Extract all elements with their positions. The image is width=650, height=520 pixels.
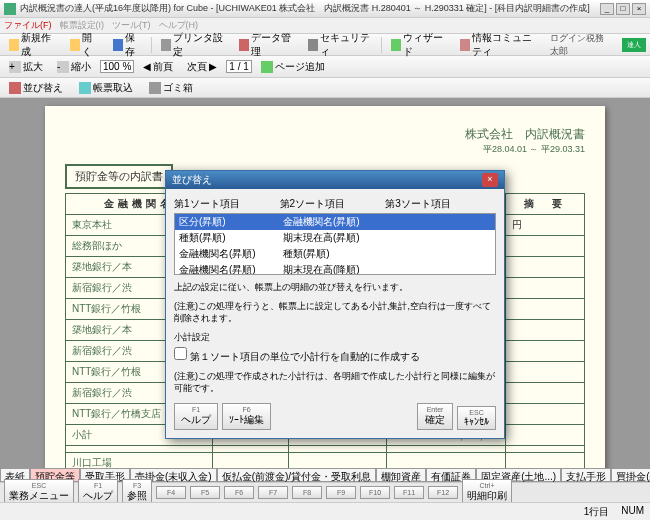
table-cell[interactable] <box>506 257 585 278</box>
page-indicator: 1 / 1 <box>226 60 251 73</box>
sort-option-row[interactable]: 区分(昇順)金融機関名(昇順) <box>175 214 495 230</box>
sort-button[interactable]: 並び替え <box>4 78 68 98</box>
table-cell[interactable] <box>506 425 585 446</box>
minimize-button[interactable]: _ <box>600 3 614 15</box>
table-header: 摘 要 <box>506 194 585 215</box>
fkey-button[interactable]: F4 <box>156 486 186 499</box>
next-page-button[interactable]: 次頁▶ <box>182 57 222 77</box>
sheet-tab[interactable]: 棚卸資産 <box>376 468 426 482</box>
sort-dialog: 並び替え × 第1ソート項目 第2ソート項目 第3ソート項目 区分(昇順)金融機… <box>165 170 505 439</box>
sort-list[interactable]: 区分(昇順)金融機関名(昇順)種類(昇順)期末現在高(昇順)金融機関名(昇順)種… <box>174 213 496 275</box>
info-icon <box>460 39 470 51</box>
company-title: 株式会社 内訳概況書 <box>65 126 585 143</box>
next-icon: ▶ <box>209 61 217 72</box>
table-row[interactable] <box>66 446 585 453</box>
status-line: 1行目 <box>584 505 610 519</box>
maximize-button[interactable]: □ <box>616 3 630 15</box>
trash-icon <box>149 82 161 94</box>
prev-icon: ◀ <box>143 61 151 72</box>
period-label: 平28.04.01 ～ 平29.03.31 <box>65 143 585 156</box>
zoom-in-icon: + <box>9 61 21 73</box>
table-cell[interactable] <box>506 383 585 404</box>
table-cell[interactable] <box>66 446 213 453</box>
sort-col3-header: 第3ソート項目 <box>385 197 451 211</box>
zoom-out-icon: - <box>57 61 69 73</box>
app-icon <box>4 3 16 15</box>
zoom-out-button[interactable]: -縮小 <box>52 57 96 77</box>
close-button[interactable]: × <box>632 3 646 15</box>
sort-col2-header: 第2ソート項目 <box>280 197 346 211</box>
table-cell[interactable] <box>212 446 288 453</box>
prev-page-button[interactable]: ◀前頁 <box>138 57 178 77</box>
import-button[interactable]: 帳票取込 <box>74 78 138 98</box>
dialog-note3: (注意)この処理で作成された小計行は、各明細で作成した小計行と同様に編集が可能で… <box>174 370 496 395</box>
sheet-tab[interactable]: 仮払金(前渡金)/貸付金・受取利息 <box>217 468 376 482</box>
sort-option-row[interactable]: 金融機関名(昇順)種類(昇順) <box>175 246 495 262</box>
user-label: ログイン税務 太郎 <box>550 32 614 58</box>
table-cell[interactable] <box>506 404 585 425</box>
subtotal-section-label: 小計設定 <box>174 331 496 344</box>
page-add-button[interactable]: ページ追加 <box>256 57 330 77</box>
dialog-note1: 上記の設定に従い、帳票上の明細の並び替えを行います。 <box>174 281 496 294</box>
subtotal-checkbox-label: 第１ソート項目の単位で小計行を自動的に作成する <box>190 351 420 362</box>
wizard-icon <box>391 39 401 51</box>
lock-icon <box>308 39 318 51</box>
fkey-button[interactable]: F11 <box>394 486 424 499</box>
table-cell[interactable] <box>506 278 585 299</box>
fkey-button[interactable]: F12 <box>428 486 458 499</box>
fkey-button[interactable]: F7 <box>258 486 288 499</box>
sort-icon <box>9 82 21 94</box>
table-cell[interactable]: 円 <box>506 215 585 236</box>
sheet-tab[interactable]: 支払手形 <box>561 468 611 482</box>
zoom-value[interactable]: 100 % <box>100 60 134 73</box>
fkey-button[interactable]: F6 <box>224 486 254 499</box>
table-cell[interactable] <box>387 446 506 453</box>
fkey-button[interactable]: F10 <box>360 486 390 499</box>
sort-option-row[interactable]: 金融機関名(昇順)期末現在高(降順) <box>175 262 495 275</box>
table-cell[interactable] <box>288 446 387 453</box>
table-cell[interactable] <box>506 362 585 383</box>
trash-button[interactable]: ゴミ箱 <box>144 78 198 98</box>
subtotal-checkbox-row: 第１ソート項目の単位で小計行を自動的に作成する <box>174 347 496 364</box>
page-add-icon <box>261 61 273 73</box>
function-key-bar: ESC業務メニューF1ヘルプF3参照F4F5F6F7F8F9F10F11F12C… <box>0 482 650 502</box>
table-cell[interactable] <box>506 236 585 257</box>
section-title: 預貯金等の内訳書 <box>65 164 173 189</box>
table-cell[interactable] <box>506 446 585 453</box>
help-button[interactable]: F1ヘルプ <box>174 403 218 430</box>
table-cell[interactable] <box>506 320 585 341</box>
database-icon <box>239 39 249 51</box>
table-cell[interactable] <box>506 299 585 320</box>
save-icon <box>113 39 123 51</box>
dialog-title-text: 並び替え <box>172 173 212 187</box>
sort-col1-header: 第1ソート項目 <box>174 197 240 211</box>
statusbar: 1行目 NUM <box>0 502 650 520</box>
cancel-button[interactable]: ESCｷｬﾝｾﾙ <box>457 406 496 430</box>
subtotal-checkbox[interactable] <box>174 347 187 360</box>
printer-icon <box>161 39 171 51</box>
logo-badge: 達人 <box>622 38 646 52</box>
sort-option-row[interactable]: 種類(昇順)期末現在高(昇順) <box>175 230 495 246</box>
dialog-close-button[interactable]: × <box>482 173 498 187</box>
window-title: 内訳概況書の達人(平成16年度以降用) for Cube - [UCHIWAKE… <box>20 2 600 15</box>
titlebar: 内訳概況書の達人(平成16年度以降用) for Cube - [UCHIWAKE… <box>0 0 650 18</box>
status-num: NUM <box>621 505 644 519</box>
import-icon <box>79 82 91 94</box>
open-icon <box>70 39 80 51</box>
fkey-button[interactable]: F8 <box>292 486 322 499</box>
dialog-note2: (注意)この処理を行うと、帳票上に設定してある小計,集計,空白行は一度すべて削除… <box>174 300 496 325</box>
info-button[interactable]: 情報コミュニティ <box>455 28 546 62</box>
fkey-button[interactable]: F5 <box>190 486 220 499</box>
toolbar-main: 新規作成 開く 保存 プリンタ設定 データ管理 セキュリティ ウィザード 情報コ… <box>0 34 650 56</box>
dialog-titlebar[interactable]: 並び替え × <box>166 171 504 189</box>
sort-edit-button[interactable]: F6ｿｰﾄ編集 <box>222 403 271 430</box>
new-icon <box>9 39 19 51</box>
table-cell[interactable] <box>506 341 585 362</box>
sheet-tab[interactable]: 買掛金(未払金..) <box>611 468 650 482</box>
zoom-in-button[interactable]: +拡大 <box>4 57 48 77</box>
ok-button[interactable]: Enter確定 <box>417 403 453 430</box>
fkey-button[interactable]: F9 <box>326 486 356 499</box>
toolbar-doc: 並び替え 帳票取込 ゴミ箱 <box>0 78 650 98</box>
wizard-button[interactable]: ウィザード <box>386 28 451 62</box>
